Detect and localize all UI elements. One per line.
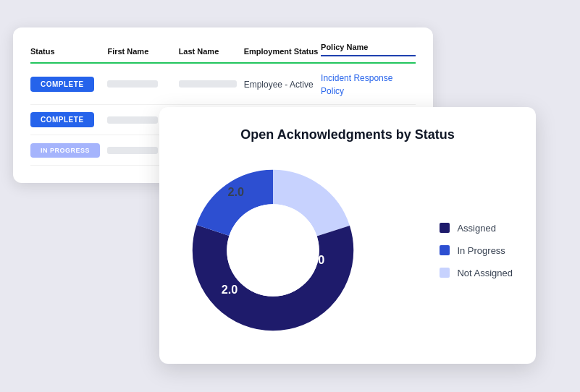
placeholder-bar [179,80,237,88]
legend-label-inprogress: In Progress [457,245,505,256]
placeholder-bar [107,80,158,88]
col-header-status: Status [30,46,107,56]
label-notassigned: 2.0 [227,185,244,198]
legend-color-inprogress [440,245,450,255]
empstatus-text: Employee - Active [244,80,314,90]
donut-svg: 2.0 6.0 2.0 [182,160,363,341]
firstname-cell [107,80,178,88]
status-cell: IN PROGRESS [30,142,107,158]
chart-title: Open Acknowledgments by Status [182,127,513,142]
legend-color-notassigned [440,268,450,278]
legend-item-notassigned: Not Assigned [440,268,513,278]
col-header-empstatus: Employment Status [244,46,321,56]
chart-legend: Assigned In Progress Not Assigned [440,223,513,278]
label-assigned: 6.0 [308,253,325,266]
status-badge-complete: COMPLETE [30,77,94,92]
lastname-cell [179,80,244,88]
donut-hole [227,204,319,297]
legend-color-assigned [440,223,450,233]
col-header-firstname: First Name [107,46,178,56]
status-cell: COMPLETE [30,77,107,92]
col-header-policy: Policy Name [321,42,416,56]
table-row: COMPLETE Employee - Active Incident Resp… [30,64,416,105]
col-header-lastname: Last Name [179,46,244,56]
donut-chart: 2.0 6.0 2.0 [182,160,363,341]
empstatus-cell: Employee - Active [244,77,321,90]
table-header: Status First Name Last Name Employment S… [30,42,416,64]
legend-label-notassigned: Not Assigned [457,268,513,278]
placeholder-bar [107,116,158,124]
placeholder-bar [107,147,158,154]
legend-item-inprogress: In Progress [440,245,513,256]
legend-label-assigned: Assigned [457,223,495,234]
chart-content: 2.0 6.0 2.0 Assigned [182,160,513,341]
policy-link[interactable]: Incident Response Policy [321,73,392,96]
status-badge-complete: COMPLETE [30,112,94,127]
status-cell: COMPLETE [30,112,107,127]
scene: Status First Name Last Name Employment S… [0,0,580,392]
legend-item-assigned: Assigned [440,223,513,234]
status-badge-inprogress: IN PROGRESS [30,143,100,158]
label-inprogress: 2.0 [222,283,238,296]
policy-cell: Incident Response Policy [321,71,416,97]
donut-card: Open Acknowledgments by Status [159,107,536,364]
